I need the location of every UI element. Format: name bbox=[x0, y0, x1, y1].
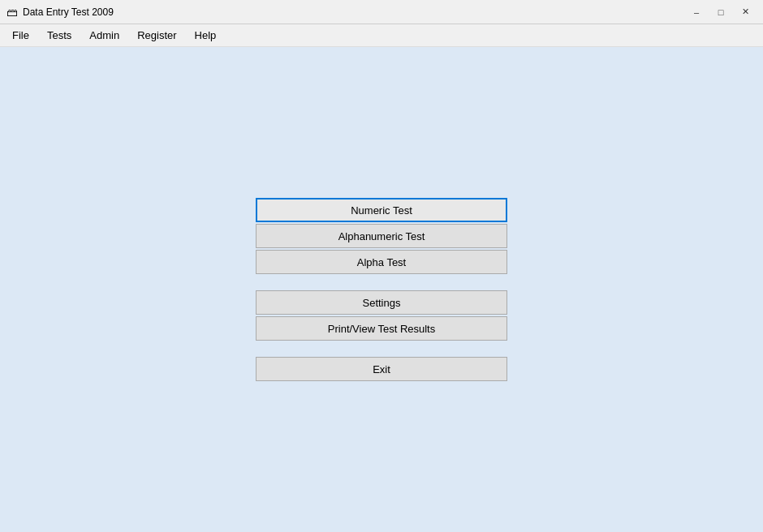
numeric-test-button[interactable]: Numeric Test bbox=[256, 198, 507, 222]
menu-help[interactable]: Help bbox=[186, 25, 226, 45]
maximize-button[interactable]: □ bbox=[709, 4, 732, 20]
exit-button[interactable]: Exit bbox=[256, 357, 507, 381]
button-container: Numeric Test Alphanumeric Test Alpha Tes… bbox=[256, 198, 507, 381]
title-bar-left: 🗃 Data Entry Test 2009 bbox=[6, 6, 114, 19]
close-button[interactable]: ✕ bbox=[734, 4, 757, 20]
print-view-test-results-button[interactable]: Print/View Test Results bbox=[256, 316, 507, 341]
settings-buttons-group: Settings Print/View Test Results bbox=[256, 290, 507, 341]
menu-tests[interactable]: Tests bbox=[38, 25, 80, 45]
minimize-button[interactable]: – bbox=[685, 4, 708, 20]
menu-bar: File Tests Admin Register Help bbox=[0, 24, 763, 47]
title-bar-title: Data Entry Test 2009 bbox=[23, 6, 114, 18]
menu-register[interactable]: Register bbox=[128, 25, 185, 45]
app-icon: 🗃 bbox=[6, 6, 18, 19]
settings-button[interactable]: Settings bbox=[256, 290, 507, 315]
test-buttons-group: Numeric Test Alphanumeric Test Alpha Tes… bbox=[256, 198, 507, 274]
main-content: Numeric Test Alphanumeric Test Alpha Tes… bbox=[0, 47, 763, 532]
title-bar-controls: – □ ✕ bbox=[685, 4, 757, 20]
alphanumeric-test-button[interactable]: Alphanumeric Test bbox=[256, 224, 507, 248]
title-bar: 🗃 Data Entry Test 2009 – □ ✕ bbox=[0, 0, 763, 24]
exit-buttons-group: Exit bbox=[256, 357, 507, 381]
menu-admin[interactable]: Admin bbox=[80, 25, 128, 45]
alpha-test-button[interactable]: Alpha Test bbox=[256, 250, 507, 274]
menu-file[interactable]: File bbox=[3, 25, 38, 45]
